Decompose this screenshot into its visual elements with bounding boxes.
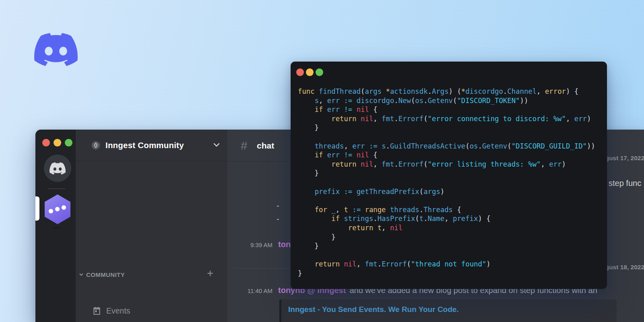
channel-title: chat bbox=[257, 141, 274, 151]
category-label: COMMUNITY bbox=[86, 271, 125, 278]
code-line bbox=[298, 251, 607, 260]
code-line: return t, nil bbox=[298, 223, 607, 233]
message-bullet: - bbox=[277, 201, 279, 211]
sidebar-item-events[interactable]: Events bbox=[76, 304, 227, 317]
code-line: func findThread(args *actionsdk.Args) (*… bbox=[298, 87, 607, 96]
message-bullet: - bbox=[277, 215, 279, 224]
minimize-button[interactable] bbox=[306, 68, 314, 76]
chevron-down-icon bbox=[213, 141, 221, 149]
server-badge-icon bbox=[91, 140, 101, 150]
close-button[interactable] bbox=[296, 68, 304, 76]
code-line: threads, err := s.GuildThreadsActive(os.… bbox=[298, 142, 607, 151]
code-line: return nil, fmt.Errorf("error listing th… bbox=[298, 160, 607, 169]
server-name: Inngest Community bbox=[105, 140, 184, 150]
inngest-ellipsis-icon bbox=[48, 205, 67, 213]
message-timestamp: 11:40 AM bbox=[227, 287, 272, 294]
code-line: prefix := getThreadPrefix(args) bbox=[298, 187, 607, 196]
discord-logo-icon bbox=[50, 162, 66, 175]
add-channel-button[interactable]: + bbox=[207, 268, 213, 279]
zoom-button[interactable] bbox=[316, 68, 323, 76]
code-line: if err != nil { bbox=[298, 151, 607, 160]
channel-sidebar: Inngest Community Events readme bbox=[76, 130, 227, 322]
code-line: if err != nil { bbox=[298, 105, 607, 114]
code-line: } bbox=[298, 242, 607, 251]
code-line: s, err := discordgo.New(os.Getenv("DISCO… bbox=[298, 96, 607, 105]
code-line: if strings.HasPrefix(t.Name, prefix) { bbox=[298, 214, 607, 223]
code-block: func findThread(args *actionsdk.Args) (*… bbox=[298, 87, 607, 278]
code-line bbox=[298, 196, 607, 205]
page-background: { "colors": { "blurple": "#5865F2", "tra… bbox=[0, 0, 644, 322]
server-header[interactable]: Inngest Community bbox=[76, 130, 227, 161]
hash-icon: # bbox=[241, 139, 248, 153]
code-line bbox=[298, 132, 607, 142]
zoom-button[interactable] bbox=[65, 139, 72, 147]
discord-home-button[interactable] bbox=[44, 155, 71, 182]
code-line: } bbox=[298, 269, 607, 278]
code-line: return nil, fmt.Errorf("error connecting… bbox=[298, 114, 607, 124]
inngest-server-button[interactable] bbox=[45, 194, 70, 224]
category-community[interactable]: COMMUNITY + bbox=[79, 270, 225, 279]
server-rail bbox=[35, 130, 76, 322]
code-line: } bbox=[298, 169, 607, 178]
link-embed: Inngest - You Send Events. We Run Your C… bbox=[279, 299, 617, 322]
active-server-pill bbox=[35, 196, 39, 221]
message-timestamp: 9:39 AM bbox=[227, 242, 272, 248]
chevron-down-icon bbox=[79, 272, 84, 277]
discord-logo-icon bbox=[34, 33, 78, 66]
message-text-fragment: step func bbox=[609, 179, 641, 188]
minimize-button[interactable] bbox=[54, 139, 61, 147]
code-line: return nil, fmt.Errorf("thread not found… bbox=[298, 260, 607, 269]
close-button[interactable] bbox=[42, 139, 50, 147]
calendar-icon bbox=[92, 306, 101, 316]
rail-divider bbox=[48, 188, 66, 189]
code-editor-window: func findThread(args *actionsdk.Args) (*… bbox=[291, 62, 607, 289]
code-line: } bbox=[298, 233, 607, 242]
next-server-hint bbox=[53, 227, 60, 228]
code-line bbox=[298, 178, 607, 187]
code-line: for _, t := range threads.Threads { bbox=[298, 205, 607, 215]
channel-label: Events bbox=[106, 306, 130, 316]
code-line: } bbox=[298, 123, 607, 132]
embed-title-link[interactable]: Inngest - You Send Events. We Run Your C… bbox=[288, 305, 459, 314]
